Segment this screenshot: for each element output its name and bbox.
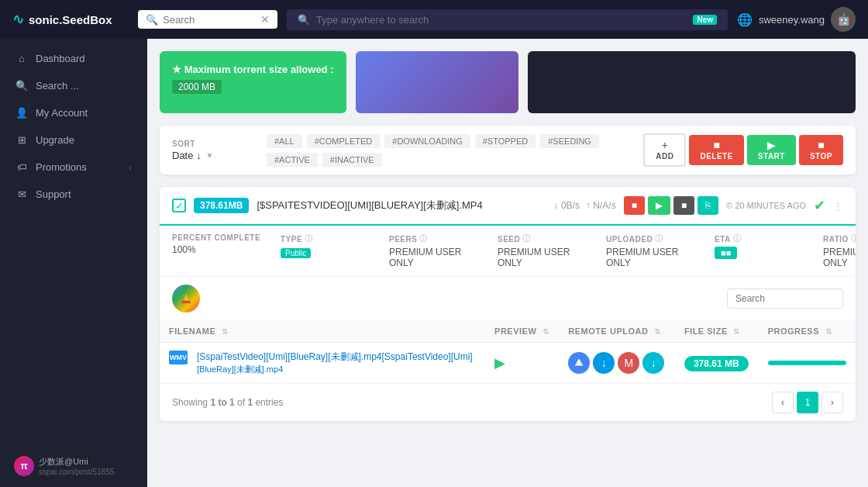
new-badge: New [693,15,717,25]
upload-mega-icon[interactable]: M [618,352,639,374]
top-search-box[interactable]: 🔍 ✕ [138,10,277,29]
info-icon-uploaded: ⓘ [655,233,663,244]
speed-up: ↑ N/A/s [586,200,616,211]
card-dark [528,51,856,113]
top-search-input[interactable] [163,14,256,26]
next-page-button[interactable]: › [822,392,843,413]
info-icon-ratio: ⓘ [851,233,856,244]
upgrade-icon: ⊞ [16,134,28,146]
username: sweeney.wang [759,14,825,26]
filter-tag-inactive[interactable]: #INACTIVE [322,153,382,167]
preview-play-icon[interactable]: ▶ [494,355,505,371]
torrent-copy-button[interactable]: ⎘ [698,196,718,215]
upload-dropbox-icon[interactable]: ↓ [593,352,615,374]
filter-tag-active[interactable]: #ACTIVE [267,153,318,167]
sort-label: SORT [172,140,257,148]
sidebar-item-upgrade[interactable]: ⊞ Upgrade [0,126,147,154]
torrent-pause-button[interactable]: ■ [624,196,645,215]
file-table: FILENAME ⇅ PREVIEW ⇅ REMOTE UPLOAD ⇅ FIL… [160,320,856,384]
sort-progress-icon: ⇅ [825,327,832,336]
clear-search-icon[interactable]: ✕ [260,13,270,26]
file-table-header [160,277,856,320]
col-filename[interactable]: FILENAME ⇅ [160,320,485,343]
sort-select[interactable]: Date ↓ ▼ [172,150,257,161]
file-name-main[interactable]: [SspaiTestVideo][Umi][BlueRay][未删减].mp4[… [197,351,473,364]
filter-tag-completed[interactable]: #COMPLETED [307,134,381,148]
type-badge: Public [281,248,311,258]
global-search-input[interactable] [316,14,687,26]
sidebar-item-support[interactable]: ✉ Support [0,181,147,208]
stop-button[interactable]: ■ STOP [799,135,843,165]
start-button[interactable]: ▶ START [747,135,796,165]
torrent-controls: ■ ▶ ■ ⎘ [624,196,719,215]
speed-down: ↓ 0B/s [554,200,580,211]
stat-label-percent: PERCENT COMPLETE [172,233,265,242]
filter-tag-stopped[interactable]: #STOPPED [475,134,536,148]
stat-percent-complete: PERCENT COMPLETE 100% [172,233,265,268]
sidebar-label-search: Search ... [36,80,79,92]
upload-more-icon[interactable]: ↓ [642,352,664,374]
table-row: WMV [SspaiTestVideo][Umi][BlueRay][未删减].… [160,343,856,384]
stat-label-uploaded: UPLOADED ⓘ [606,233,699,244]
file-size-badge: 378.61 MB [684,356,749,371]
file-name-sub[interactable]: [BlueRay][未删减].mp4 [197,364,283,375]
sidebar-item-my-account[interactable]: 👤 My Account [0,99,147,126]
sort-value: Date ↓ [172,150,202,161]
torrent-stop-button[interactable]: ■ [673,196,694,215]
table-search-input[interactable] [727,288,843,309]
filter-tags: #ALL #COMPLETED #DOWNLOADING #STOPPED #S… [267,134,634,167]
add-button[interactable]: + ADD [643,133,686,167]
delete-icon: ■ [713,140,719,150]
stat-value-peers: PREMIUM USER ONLY [389,247,482,268]
options-icon[interactable]: ⋮ [833,200,843,212]
stat-type: TYPE ⓘ Public [281,233,374,268]
showing-text: Showing 1 to 1 of 1 entries [172,397,283,408]
torrent-card: ✓ 378.61MB [$SPAITESTVIDEO][UMI][BLUERAY… [160,187,856,421]
sort-dropdown-icon: ▼ [206,151,214,160]
delete-button[interactable]: ■ DELETE [689,135,743,165]
delete-label: DELETE [700,152,732,161]
logo-text: sonic.SeedBox [29,13,112,26]
table-search[interactable] [727,288,843,309]
torrent-play-button[interactable]: ▶ [648,196,670,215]
google-drive-icon [172,285,200,313]
sort-file-size-icon: ⇅ [733,327,740,336]
table-header: FILENAME ⇅ PREVIEW ⇅ REMOTE UPLOAD ⇅ FIL… [160,320,856,343]
time-ago: © 20 MINUTES AGO [726,201,806,210]
add-label: ADD [656,152,673,161]
main-content: ★ Maximum torrent size allowed : 2000 MB… [147,39,868,487]
col-preview[interactable]: PREVIEW ⇅ [485,320,559,343]
avatar-icon: 🤖 [837,13,850,26]
global-search-box[interactable]: 🔍 New [287,9,728,30]
max-torrent-card: ★ Maximum torrent size allowed : 2000 MB [160,51,346,113]
filter-tag-seeding[interactable]: #SEEDING [540,134,599,148]
global-search-icon: 🔍 [298,14,310,26]
col-remote-upload[interactable]: REMOTE UPLOAD ⇅ [559,320,675,343]
preview-cell: ▶ [485,343,559,384]
prev-page-button[interactable]: ‹ [772,392,794,413]
search-icon: 🔍 [146,14,158,26]
filter-tag-downloading[interactable]: #DOWNLOADING [384,134,470,148]
globe-icon[interactable]: 🌐 [737,12,753,27]
info-icon-seed: ⓘ [522,233,531,244]
sidebar-label-dashboard: Dashboard [36,53,85,64]
user-avatar[interactable]: 🤖 [831,7,856,32]
stat-label-peers: PEERS ⓘ [389,233,482,244]
card-purple [356,51,518,113]
upload-google-icon[interactable] [568,352,590,374]
current-page-button[interactable]: 1 [797,392,818,413]
col-file-size[interactable]: FILE SIZE ⇅ [675,320,759,343]
filter-tag-all[interactable]: #ALL [267,134,302,148]
col-progress[interactable]: PROGRESS ⇅ [759,320,856,343]
search-icon: 🔍 [16,80,28,92]
stat-seed: SEED ⓘ PREMIUM USER ONLY [498,233,591,268]
sidebar-label-support: Support [36,188,71,200]
sort-filename-icon: ⇅ [222,327,229,336]
sidebar-item-promotions[interactable]: 🏷 Promotions ‹ [0,154,147,181]
sidebar-item-dashboard[interactable]: ⌂ Dashboard [0,45,147,72]
action-buttons: + ADD ■ DELETE ▶ START ■ STOP [643,133,843,167]
sidebar-item-search[interactable]: 🔍 Search ... [0,72,147,99]
torrent-checkbox[interactable]: ✓ [172,199,186,212]
cards-row: ★ Maximum torrent size allowed : 2000 MB [160,51,856,113]
badge-url: sspai.com/post/51855 [39,468,114,476]
